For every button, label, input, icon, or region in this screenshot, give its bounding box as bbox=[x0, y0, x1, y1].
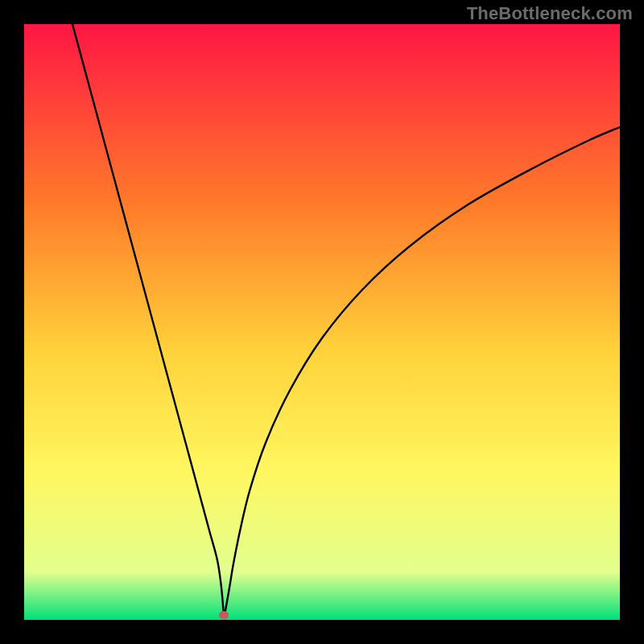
watermark-text: TheBottleneck.com bbox=[467, 3, 633, 24]
plot-area bbox=[24, 24, 620, 620]
chart-frame: TheBottleneck.com bbox=[0, 0, 644, 644]
bottleneck-chart bbox=[24, 24, 620, 620]
gradient-background bbox=[24, 24, 620, 620]
minimum-marker bbox=[219, 611, 229, 619]
